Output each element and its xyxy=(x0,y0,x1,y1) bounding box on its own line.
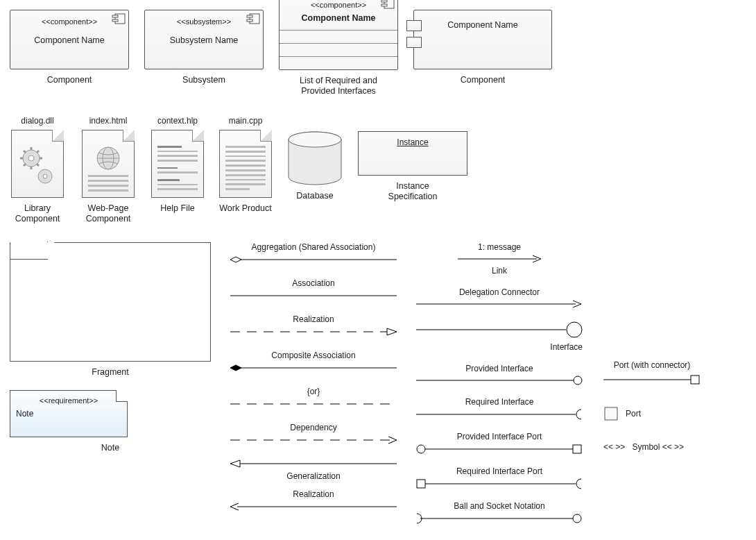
component-name: Component Name xyxy=(280,13,397,23)
svg-rect-7 xyxy=(381,0,387,2)
caption: List of Required and Provided Interfaces xyxy=(286,76,390,96)
caption: Help File xyxy=(160,203,194,214)
stereotype: <<requirement>> xyxy=(16,396,121,405)
caption: Instance Specification xyxy=(378,181,447,202)
row-files: dialog.dll Library Component xyxy=(10,116,746,224)
required-interface: Required Interface xyxy=(416,397,583,422)
svg-rect-4 xyxy=(247,15,252,17)
side-column: Port (with connector) Port << >> Symbol … xyxy=(603,360,701,467)
svg-rect-48 xyxy=(417,480,425,488)
web-page-component: index.html Web-Page Component xyxy=(80,116,136,224)
port-icon xyxy=(406,37,422,48)
svg-rect-54 xyxy=(605,407,617,420)
database-icon xyxy=(287,131,343,185)
svg-rect-8 xyxy=(381,4,387,6)
file-name: dialog.dll xyxy=(21,116,53,126)
realization-line: Realization xyxy=(230,314,397,337)
text-lines-icon xyxy=(225,146,266,190)
file-name: main.cpp xyxy=(229,116,263,126)
svg-marker-27 xyxy=(230,257,241,262)
caption: Fragment xyxy=(92,367,129,378)
svg-marker-32 xyxy=(230,365,241,371)
svg-rect-47 xyxy=(573,445,581,453)
subsystem-shape: <<subsystem>> Subsystem Name Subsystem xyxy=(144,10,264,85)
component-with-ports: Component Name Component xyxy=(413,10,552,85)
instance-specification: Instance Instance Specification xyxy=(358,116,467,202)
ball-socket-notation: Ball and Socket Notation xyxy=(416,501,583,526)
svg-marker-30 xyxy=(387,328,397,335)
symbol-stereotype: << >> Symbol << >> xyxy=(603,442,701,452)
association-line: Association xyxy=(230,278,397,301)
svg-line-17 xyxy=(24,151,26,153)
realization-arrow-line: Realization xyxy=(230,489,397,512)
svg-point-25 xyxy=(289,132,341,147)
provided-interface: Provided Interface xyxy=(416,364,583,387)
required-interface-port: Required Interface Port xyxy=(416,466,583,491)
note-body: Note xyxy=(16,409,121,419)
caption: Work Product xyxy=(219,203,272,214)
svg-marker-36 xyxy=(230,460,240,467)
row-components: <<component>> Component Name Component <… xyxy=(10,10,746,96)
port-icon xyxy=(406,20,422,31)
svg-line-20 xyxy=(24,164,26,166)
aggregation-line: Aggregation (Shared Association) xyxy=(230,242,397,264)
component-icon xyxy=(112,13,126,26)
component-name: Component Name xyxy=(422,20,543,30)
connectors-column-2: 1: message Link Delegation Connector Int… xyxy=(416,242,583,526)
file-name: index.html xyxy=(89,116,128,126)
list-interfaces-shape: <<component>> Component Name List of Req… xyxy=(279,0,398,96)
stereotype: <<component>> xyxy=(280,1,397,9)
stereotype: <<subsystem>> xyxy=(153,17,255,26)
work-product: main.cpp Work Product xyxy=(219,116,272,214)
caption: Library Component xyxy=(10,203,65,224)
svg-point-43 xyxy=(574,376,582,385)
svg-point-51 xyxy=(573,514,581,523)
svg-rect-53 xyxy=(691,376,699,384)
gears-icon xyxy=(17,146,58,190)
port-symbol: Port xyxy=(603,406,701,421)
caption: Component xyxy=(461,75,506,85)
component-shape: <<component>> Component Name Component xyxy=(10,10,129,85)
svg-point-45 xyxy=(417,445,425,453)
instance-name: Instance xyxy=(397,137,428,175)
provided-interface-port: Provided Interface Port xyxy=(416,432,583,457)
caption: Component xyxy=(47,75,92,85)
component-icon xyxy=(381,0,395,11)
caption: Database xyxy=(296,191,334,201)
database-shape: Database xyxy=(287,116,343,201)
port-with-connector: Port (with connector) xyxy=(603,360,701,385)
library-component: dialog.dll Library Component xyxy=(10,116,65,224)
caption: Web-Page Component xyxy=(80,203,136,224)
component-icon xyxy=(246,13,260,26)
compartments xyxy=(280,30,397,69)
fragment-shape: Fragment xyxy=(10,242,211,378)
text-lines-icon xyxy=(157,146,198,190)
note-shape: <<requirement>> Note Note xyxy=(10,390,211,453)
composite-association-line: Composite Association xyxy=(230,351,397,373)
file-name: context.hlp xyxy=(157,116,198,126)
svg-line-19 xyxy=(37,151,39,153)
component-name: Component Name xyxy=(19,35,120,45)
svg-rect-2 xyxy=(112,19,118,22)
link-line: 1: message Link xyxy=(416,242,583,278)
svg-rect-1 xyxy=(112,15,118,17)
svg-point-41 xyxy=(567,322,582,337)
svg-point-10 xyxy=(28,155,34,161)
interface-line: Interface xyxy=(416,321,583,354)
svg-line-18 xyxy=(37,164,39,166)
or-constraint-line: {or} xyxy=(230,387,397,409)
port-icon xyxy=(603,406,619,421)
globe-icon xyxy=(88,146,128,171)
connectors-column-1: Aggregation (Shared Association) Associa… xyxy=(230,242,397,512)
delegation-connector: Delegation Connector xyxy=(416,287,583,311)
caption: Subsystem xyxy=(182,75,225,85)
svg-point-12 xyxy=(43,174,47,178)
row-connectors: Fragment <<requirement>> Note Note Aggre… xyxy=(10,242,746,526)
stereotype: <<component>> xyxy=(19,17,120,26)
dependency-line: Dependency xyxy=(230,423,397,445)
caption: Note xyxy=(101,443,119,453)
svg-rect-5 xyxy=(247,19,252,22)
generalization-line: Generalization xyxy=(230,459,397,484)
subsystem-name: Subsystem Name xyxy=(153,35,255,45)
help-file: context.hlp Help File xyxy=(151,116,204,214)
